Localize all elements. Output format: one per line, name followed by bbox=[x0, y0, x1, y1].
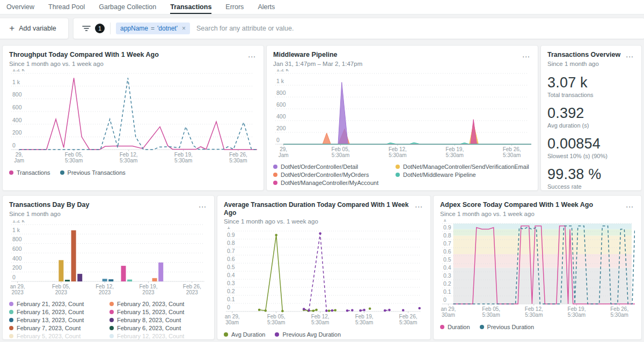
svg-text:600: 600 bbox=[12, 246, 22, 252]
svg-text:0: 0 bbox=[443, 296, 447, 303]
legend-label: DotNet/ManageController/MyAccount bbox=[281, 180, 378, 186]
filter-chip[interactable]: appName = 'dotnet' × bbox=[116, 23, 190, 34]
filter-funnel-icon[interactable] bbox=[82, 25, 91, 32]
legend-label: February 13, 2023, Count bbox=[17, 317, 84, 323]
tab-thread-pool[interactable]: Thread Pool bbox=[48, 0, 85, 14]
panel-menu-button[interactable]: ... bbox=[625, 201, 635, 209]
legend-item[interactable]: Previous Transactions bbox=[60, 169, 126, 176]
svg-text:Feb 12,: Feb 12, bbox=[525, 306, 543, 312]
svg-text:0.2: 0.2 bbox=[443, 280, 451, 287]
legend-item[interactable]: DotNet/ManageController/MyAccount bbox=[273, 180, 391, 186]
panel-subtitle: Since 1 month ago bbox=[547, 61, 620, 67]
legend-label: Avg Duration bbox=[231, 331, 265, 338]
chip-value: 'dotnet' bbox=[157, 25, 178, 32]
legend-item[interactable]: February 15, 2023, Count bbox=[109, 309, 208, 315]
svg-text:0.3: 0.3 bbox=[227, 280, 235, 286]
legend-label: February 16, 2023, Count bbox=[17, 309, 84, 315]
svg-text:2023: 2023 bbox=[186, 289, 199, 295]
svg-text:5:30am: 5:30am bbox=[229, 158, 247, 163]
dashboard: Throughput Today Compared With 1 Week Ag… bbox=[0, 42, 644, 342]
panel-subtitle: Jan 31, 1:47pm – Mar 2, 1:47pm bbox=[273, 61, 362, 67]
divider bbox=[110, 23, 111, 34]
legend-item[interactable]: Transactions bbox=[9, 169, 50, 176]
middleware-pipeline-svg: 02004006008001 k1.2 k29,JamFeb 05,5:30am… bbox=[273, 69, 531, 159]
legend-dot-icon bbox=[396, 165, 400, 169]
svg-text:Feb 19,: Feb 19, bbox=[174, 152, 193, 158]
legend-item[interactable]: February 12, 2023, Count bbox=[109, 333, 208, 339]
legend-dot-icon bbox=[9, 326, 13, 330]
panel-menu-button[interactable]: ... bbox=[625, 51, 635, 58]
svg-text:Feb 05,: Feb 05, bbox=[482, 306, 500, 312]
panel-menu-button[interactable]: ... bbox=[247, 51, 257, 58]
legend-item[interactable]: February 13, 2023, Count bbox=[9, 317, 107, 323]
add-variable-label: Add variable bbox=[19, 25, 56, 32]
tab-garbage-collection[interactable]: Garbage Collection bbox=[99, 0, 156, 14]
filter-search-bar: 1 appName = 'dotnet' × bbox=[73, 18, 644, 39]
legend-label: February 21, 2023, Count bbox=[17, 301, 84, 307]
svg-text:Feb 19,: Feb 19, bbox=[445, 146, 464, 152]
series-DotNet/ManageController/SendVerificationEmail bbox=[283, 123, 531, 144]
legend-dot-icon bbox=[224, 332, 228, 337]
svg-text:Feb 05,: Feb 05, bbox=[65, 152, 83, 158]
svg-text:0: 0 bbox=[227, 304, 230, 310]
middleware-chart-legend: DotNet/OrderController/DetailDotNet/Mana… bbox=[273, 163, 531, 186]
transactions-day-by-day-svg: 02004006008001 k1.2 kan 29,2023Feb 05,20… bbox=[9, 220, 208, 296]
add-variable-button[interactable]: + Add variable bbox=[0, 18, 69, 39]
avg-duration-chart-canvas: 00.10.20.30.40.50.60.70.80.91an 29,30amF… bbox=[224, 227, 424, 326]
throughput-svg: 02004006008001 k1.2 k29,JamFeb 05,5:30am… bbox=[9, 69, 257, 165]
legend-dot-icon bbox=[480, 325, 484, 329]
legend-label: Previous Avg Duration bbox=[282, 331, 341, 338]
legend-item[interactable]: February 8, 2023, Count bbox=[109, 317, 208, 323]
legend-item[interactable]: Avg Duration bbox=[224, 331, 265, 338]
panel-menu-button[interactable]: ... bbox=[521, 51, 531, 58]
panel-menu-button[interactable]: ... bbox=[414, 201, 424, 209]
legend-item[interactable]: February 21, 2023, Count bbox=[9, 301, 107, 307]
svg-text:an 29,: an 29, bbox=[225, 314, 240, 319]
panel-avg-transaction-duration: Average Transaction Duration Today Compa… bbox=[217, 195, 431, 340]
panel-menu-button[interactable]: ... bbox=[197, 201, 208, 209]
legend-item[interactable]: DotNet/ManageController/SendVerification… bbox=[396, 163, 531, 170]
legend-label: DotNet/ManageController/SendVerification… bbox=[403, 163, 529, 170]
overview-stat: 3.07 kTotal transactions bbox=[547, 75, 635, 98]
svg-text:Feb 26,: Feb 26, bbox=[229, 152, 247, 158]
bar bbox=[152, 278, 157, 281]
legend-item[interactable]: February 20, 2023, Count bbox=[109, 301, 208, 307]
tab-overview[interactable]: Overview bbox=[6, 0, 34, 14]
legend-item[interactable]: DotNet/OrderController/MyOrders bbox=[273, 172, 391, 178]
legend-dot-icon bbox=[9, 334, 13, 338]
legend-label: Previous Duration bbox=[487, 324, 534, 330]
bar bbox=[58, 260, 63, 281]
search-input[interactable] bbox=[195, 24, 639, 33]
panel-title: Middleware Pipeline bbox=[273, 51, 362, 60]
tab-alerts[interactable]: Alerts bbox=[258, 0, 275, 14]
filter-count-badge: 1 bbox=[95, 24, 105, 33]
legend-item[interactable]: February 5, 2023, Count bbox=[9, 333, 107, 339]
svg-text:Jam: Jam bbox=[14, 158, 24, 163]
legend-item[interactable]: DotNet/OrderController/Detail bbox=[273, 163, 391, 170]
tab-transactions[interactable]: Transactions bbox=[170, 0, 211, 14]
legend-item[interactable]: DotNet/Middleware Pipeline bbox=[396, 172, 531, 178]
middleware-chart-canvas: 02004006008001 k1.2 k29,JamFeb 05,5:30am… bbox=[273, 69, 531, 159]
legend-item[interactable]: February 6, 2023, Count bbox=[109, 325, 208, 331]
svg-text:0: 0 bbox=[276, 137, 280, 143]
throughput-chart-canvas: 02004006008001 k1.2 k29,JamFeb 05,5:30am… bbox=[9, 69, 257, 165]
svg-text:800: 800 bbox=[12, 236, 22, 242]
chip-remove-icon[interactable]: × bbox=[182, 25, 186, 32]
legend-item[interactable]: Duration bbox=[440, 324, 470, 330]
legend-item[interactable]: February 16, 2023, Count bbox=[9, 309, 107, 315]
panel-middleware-pipeline: Middleware Pipeline Jan 31, 1:47pm – Mar… bbox=[266, 45, 538, 191]
svg-text:5:30am: 5:30am bbox=[267, 319, 285, 325]
svg-text:400: 400 bbox=[12, 255, 22, 261]
legend-dot-icon bbox=[275, 332, 279, 337]
tab-errors[interactable]: Errors bbox=[225, 0, 244, 14]
svg-text:2023: 2023 bbox=[142, 289, 155, 295]
panel-transactions-overview: Transactions Overview Since 1 month ago … bbox=[540, 45, 642, 191]
legend-item[interactable]: February 7, 2023, Count bbox=[9, 325, 107, 331]
top-tab-bar: Overview Thread Pool Garbage Collection … bbox=[0, 0, 644, 14]
legend-item[interactable]: Previous Avg Duration bbox=[275, 331, 341, 338]
legend-item[interactable]: Previous Duration bbox=[480, 324, 534, 330]
svg-text:0.8: 0.8 bbox=[227, 240, 235, 246]
svg-text:5:30am: 5:30am bbox=[65, 158, 83, 163]
legend-label: February 12, 2023, Count bbox=[117, 333, 184, 339]
legend-label: February 15, 2023, Count bbox=[117, 309, 184, 315]
